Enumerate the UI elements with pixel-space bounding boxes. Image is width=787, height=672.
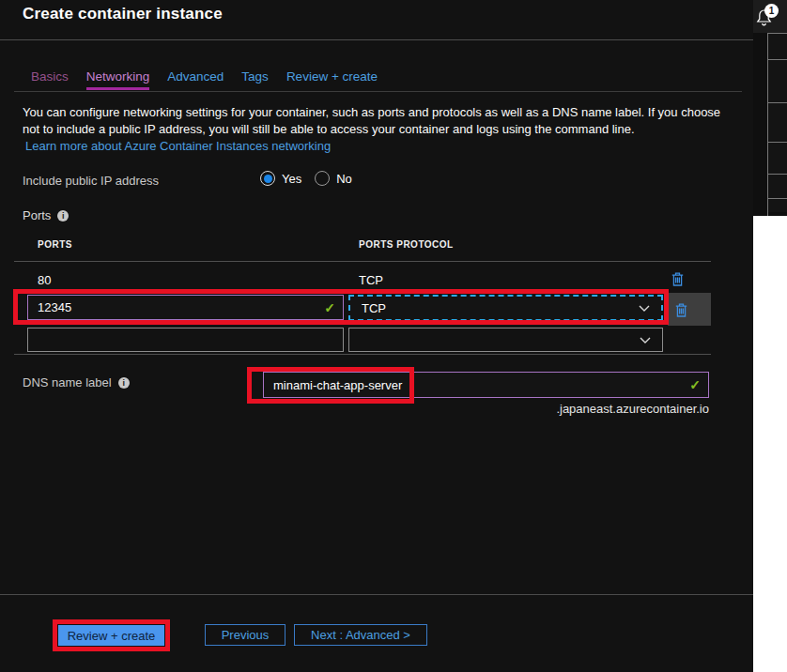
- dns-domain-suffix: .japaneast.azurecontainer.io: [427, 402, 709, 416]
- side-panel-cell: [768, 199, 787, 212]
- side-panel-cell: [768, 103, 787, 143]
- radio-no-label: No: [336, 172, 352, 186]
- ports-section-header: Ports i: [23, 208, 69, 222]
- radio-yes-label: Yes: [282, 172, 301, 186]
- create-container-instance-blade: Create container instance Basics Network…: [0, 0, 787, 672]
- review-create-button[interactable]: Review + create: [58, 625, 164, 646]
- port-input-row: ✓: [27, 295, 344, 320]
- next-advanced-button[interactable]: Next : Advanced >: [294, 624, 427, 646]
- side-panel-cell: [768, 60, 787, 103]
- tab-review-create[interactable]: Review + create: [286, 66, 378, 90]
- port-input[interactable]: [28, 300, 320, 314]
- learn-more-link[interactable]: Learn more about Azure Container Instanc…: [25, 139, 331, 153]
- chevron-down-icon: [639, 305, 650, 312]
- valid-check-icon: ✓: [686, 377, 708, 392]
- dns-name-input[interactable]: [264, 378, 686, 392]
- tab-networking[interactable]: Networking: [86, 66, 150, 90]
- notification-count-badge[interactable]: 1: [764, 4, 779, 18]
- dns-section-header: DNS name label i: [23, 375, 130, 389]
- trash-icon: [675, 303, 687, 317]
- public-ip-radio-group: Yes No: [260, 171, 352, 186]
- column-header-ports: PORTS: [38, 239, 72, 250]
- table-bottom-divider: [14, 354, 711, 355]
- header-divider: [0, 39, 753, 40]
- tab-basics[interactable]: Basics: [31, 66, 69, 90]
- valid-check-icon: ✓: [320, 300, 343, 315]
- page-title: Create container instance: [23, 5, 223, 23]
- previous-button[interactable]: Previous: [205, 624, 285, 646]
- column-header-ports-protocol: PORTS PROTOCOL: [359, 239, 454, 250]
- side-panel-cell: [768, 143, 787, 175]
- empty-port-input: [27, 328, 344, 352]
- trash-icon: [671, 272, 684, 286]
- chevron-down-icon: [640, 337, 651, 344]
- footer-divider: [0, 594, 753, 595]
- partial-side-panel: [767, 33, 787, 216]
- info-icon[interactable]: i: [57, 210, 69, 221]
- dns-name-label: DNS name label: [23, 375, 112, 389]
- radio-unselected-icon[interactable]: [315, 171, 330, 186]
- radio-option-no[interactable]: No: [315, 171, 352, 186]
- dns-input-row: ✓: [263, 372, 709, 398]
- radio-option-yes[interactable]: Yes: [260, 171, 301, 186]
- tab-tags[interactable]: Tags: [241, 66, 269, 90]
- protocol-select-value: TCP: [362, 301, 386, 315]
- ports-label: Ports: [23, 208, 51, 222]
- protocol-select[interactable]: TCP: [348, 295, 663, 321]
- include-public-ip-label: Include public IP address: [23, 174, 159, 188]
- tab-advanced[interactable]: Advanced: [167, 66, 224, 90]
- port-input[interactable]: [28, 333, 343, 347]
- delete-port-button[interactable]: [665, 268, 689, 289]
- port-row-value: 80: [38, 273, 51, 287]
- table-header-divider: [14, 261, 711, 262]
- networking-description: You can configure networking settings fo…: [23, 104, 736, 137]
- tab-bar: Basics Networking Advanced Tags Review +…: [31, 66, 378, 90]
- empty-protocol-select[interactable]: [348, 328, 663, 352]
- white-background-strip: [753, 216, 787, 672]
- side-panel-cell: [768, 34, 787, 60]
- side-panel-cell: [768, 175, 787, 199]
- port-row-protocol: TCP: [359, 273, 383, 287]
- radio-selected-icon[interactable]: [260, 171, 275, 186]
- tab-bar-divider: [14, 91, 742, 92]
- delete-port-button[interactable]: [669, 299, 693, 320]
- info-icon[interactable]: i: [118, 377, 130, 389]
